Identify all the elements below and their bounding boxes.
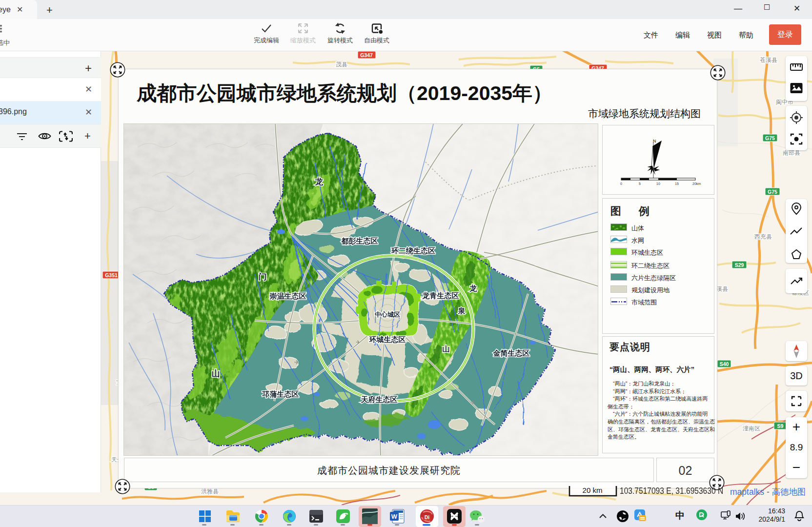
svg-text:西充县: 西充县 xyxy=(754,233,772,240)
svg-text:S29: S29 xyxy=(735,262,744,268)
svg-text:洪雅县: 洪雅县 xyxy=(201,488,219,495)
svg-text:G347: G347 xyxy=(360,52,373,58)
svg-text:都彭生态区: 都彭生态区 xyxy=(341,237,378,245)
svg-text:环城生态区: 环城生态区 xyxy=(369,335,406,344)
svg-text:G75: G75 xyxy=(768,189,777,195)
svg-text:S40: S40 xyxy=(720,361,729,367)
svg-text:5: 5 xyxy=(639,182,641,185)
svg-text:中: 中 xyxy=(675,510,685,521)
svg-text:✈: ✈ xyxy=(356,339,360,345)
svg-text:天府生态区: 天府生态区 xyxy=(361,395,398,404)
svg-text:龙青生态区: 龙青生态区 xyxy=(422,291,459,300)
svg-text:✈: ✈ xyxy=(294,359,300,366)
svg-text:W: W xyxy=(391,513,398,520)
svg-text:泉: 泉 xyxy=(458,306,466,315)
svg-text:10: 10 xyxy=(656,182,660,185)
svg-text:S9: S9 xyxy=(777,423,784,429)
svg-text:潼南区: 潼南区 xyxy=(743,425,760,432)
svg-text:邛蒲生态区: 邛蒲生态区 xyxy=(262,390,299,398)
svg-text:G351: G351 xyxy=(105,272,118,278)
svg-text:✈: ✈ xyxy=(470,399,475,406)
svg-text:20 km: 20 km xyxy=(583,486,603,494)
svg-text:山: 山 xyxy=(212,369,220,378)
svg-text:崇温生态区: 崇温生态区 xyxy=(269,292,306,300)
svg-text:15: 15 xyxy=(675,182,679,185)
svg-text:20km: 20km xyxy=(692,182,701,185)
svg-text:南部县: 南部县 xyxy=(783,149,800,156)
svg-text:龙: 龙 xyxy=(469,284,477,292)
svg-text:0: 0 xyxy=(620,182,622,185)
svg-text:山: 山 xyxy=(443,345,450,353)
svg-text:金简生态区: 金简生态区 xyxy=(493,349,530,357)
svg-text:龙: 龙 xyxy=(315,177,324,186)
svg-text:门: 门 xyxy=(259,272,267,282)
svg-text:茂县: 茂县 xyxy=(336,61,347,68)
svg-text:环二绕生态区: 环二绕生态区 xyxy=(391,246,435,255)
svg-text:苍溪县: 苍溪县 xyxy=(760,57,777,63)
svg-text:G75: G75 xyxy=(765,135,775,141)
svg-text:溪县: 溪县 xyxy=(716,285,728,292)
svg-text:Di: Di xyxy=(425,515,429,520)
svg-text:中心城区: 中心城区 xyxy=(375,311,400,318)
